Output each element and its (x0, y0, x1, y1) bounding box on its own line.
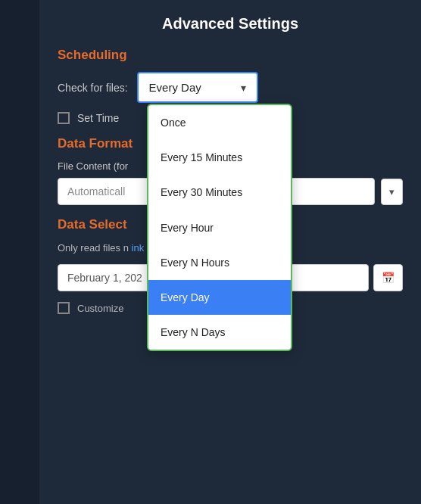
page-container: Advanced Settings Scheduling Check for f… (0, 0, 421, 504)
dropdown-menu-inner[interactable]: Once Every 15 Minutes Every 30 Minutes E… (148, 105, 291, 350)
dropdown-item-every-day[interactable]: Every Day (148, 280, 291, 315)
page-title: Advanced Settings (58, 15, 403, 33)
customize-checkbox[interactable] (58, 302, 70, 314)
scheduling-label: Scheduling (58, 48, 403, 63)
dropdown-item-every-hour[interactable]: Every Hour (148, 210, 291, 245)
desc-text: Only read files n (58, 242, 129, 254)
file-content-arrow-btn[interactable]: ▾ (381, 179, 403, 205)
check-for-files-label: Check for files: (58, 82, 128, 94)
chevron-down-icon: ▾ (389, 186, 394, 198)
calendar-button[interactable]: 📅 (373, 264, 403, 291)
dropdown-item-every-n-days[interactable]: Every N Days (148, 315, 291, 350)
set-time-checkbox[interactable] (58, 112, 70, 124)
customize-label: Customize (77, 303, 123, 314)
dropdown-item-every-15-min[interactable]: Every 15 Minutes (148, 140, 291, 175)
set-time-label: Set Time (77, 112, 119, 124)
main-content: Advanced Settings Scheduling Check for f… (39, 0, 421, 504)
schedule-dropdown-menu: Once Every 15 Minutes Every 30 Minutes E… (147, 104, 292, 351)
chevron-down-icon: ▾ (241, 82, 246, 94)
dropdown-item-once[interactable]: Once (148, 105, 291, 140)
dropdown-selected-value: Every Day (149, 81, 201, 94)
schedule-dropdown-trigger[interactable]: Every Day ▾ (137, 72, 258, 103)
dropdown-item-every-n-hours[interactable]: Every N Hours (148, 245, 291, 280)
sidebar-strip (0, 0, 39, 504)
dropdown-item-every-30-min[interactable]: Every 30 Minutes (148, 175, 291, 210)
scheduling-section: Scheduling Check for files: Every Day ▾ … (58, 48, 403, 124)
check-for-files-row: Check for files: Every Day ▾ Once Every … (58, 72, 403, 103)
calendar-icon: 📅 (382, 272, 394, 284)
